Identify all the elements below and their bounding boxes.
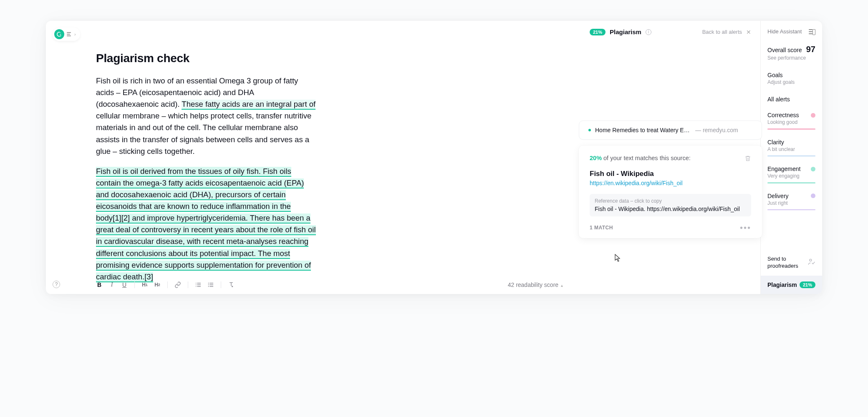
app-window: › Plagiarism check Fish oil is rich in t…	[46, 21, 822, 294]
metric-correctness[interactable]: CorrectnessLooking good	[767, 112, 815, 130]
matches-count: 1 MATCH	[590, 225, 613, 231]
separator	[167, 281, 168, 288]
info-icon[interactable]: i	[646, 29, 651, 35]
paragraph-3[interactable]: EPA (eicosapentaenoic acid) is anti-infl…	[96, 291, 317, 294]
source-title: Home Remedies to treat Watery Eyes - R..…	[595, 127, 691, 133]
formatting-toolbar: B I U H1 H2 42 readability score▲	[96, 281, 564, 288]
expanded-source-url[interactable]: https://en.wikipedia.org/wiki/Fish_oil	[590, 180, 751, 186]
trash-icon[interactable]	[744, 155, 751, 164]
alerts-panel: 21% Plagiarism i Back to all alerts ✕ Ho…	[580, 21, 761, 294]
link-button[interactable]	[174, 281, 181, 288]
ordered-list-button[interactable]	[195, 281, 202, 288]
status-dot	[588, 129, 591, 131]
hide-assistant[interactable]: Hide Assistant	[767, 28, 815, 35]
metric-dot	[811, 167, 815, 171]
help-button[interactable]: ?	[53, 281, 60, 288]
separator	[221, 281, 221, 288]
source-domain: — remedyu.com	[695, 127, 738, 133]
plagiarism-highlight[interactable]: Fish oil is oil derived from the tissues…	[96, 167, 316, 282]
expanded-source-title: Fish oil - Wikipedia	[590, 170, 751, 178]
alerts-body: Home Remedies to treat Watery Eyes - R..…	[580, 43, 760, 294]
collapse-icon	[809, 29, 815, 34]
reference-text: Fish oil - Wikipedia. https://en.wikiped…	[595, 206, 746, 212]
reference-label: Reference data – click to copy	[595, 198, 746, 204]
send-to-proofreaders[interactable]: Send to proofreaders	[767, 251, 815, 276]
plagiarism-pill: 21%	[800, 281, 815, 288]
caret-up-icon: ▲	[560, 284, 564, 288]
document-body[interactable]: Fish oil is rich in two of an essential …	[96, 75, 317, 294]
proofreader-icon	[807, 258, 815, 268]
h1-button[interactable]: H1	[141, 281, 148, 288]
svg-point-3	[810, 259, 812, 261]
match-percentage-text: 20% of your text matches this source:	[590, 155, 691, 161]
metric-dot	[811, 140, 815, 144]
paragraph-1[interactable]: Fish oil is rich in two of an essential …	[96, 75, 317, 157]
reference-box[interactable]: Reference data – click to copy Fish oil …	[590, 194, 751, 216]
clear-formatting-button[interactable]	[228, 281, 235, 288]
menu-lines-icon	[67, 32, 71, 36]
metric-dot	[811, 193, 815, 198]
editor-panel: Plagiarism check Fish oil is rich in two…	[46, 21, 580, 294]
svg-point-1	[208, 284, 209, 285]
back-to-alerts[interactable]: Back to all alerts ✕	[702, 29, 751, 35]
svg-point-0	[208, 283, 209, 284]
logo-badge[interactable]: ›	[53, 28, 80, 41]
assistant-sidebar: Hide Assistant Overall score 97 See perf…	[761, 21, 822, 294]
metric-bar	[767, 182, 815, 183]
metric-dot	[811, 113, 815, 118]
more-icon[interactable]: •••	[740, 226, 751, 229]
grammarly-logo-icon	[54, 29, 64, 39]
metric-bar	[767, 128, 815, 130]
source-card-collapsed[interactable]: Home Remedies to treat Watery Eyes - R..…	[579, 121, 762, 140]
plagiarism-highlight[interactable]: These fatty acids are an integral part o…	[182, 100, 315, 110]
plagiarism-percent-badge: 21%	[590, 29, 606, 35]
bold-button[interactable]: B	[96, 281, 103, 288]
chevron-right-icon: ›	[74, 32, 76, 37]
metric-bar	[767, 156, 815, 157]
source-card-expanded: 20% of your text matches this source: Fi…	[579, 146, 762, 238]
italic-button[interactable]: I	[108, 281, 115, 288]
metric-clarity[interactable]: ClarityA bit unclear	[767, 139, 815, 157]
see-performance[interactable]: See performance	[767, 55, 815, 61]
separator	[134, 281, 135, 288]
plagiarism-tab[interactable]: Plagiarism 21%	[761, 276, 822, 294]
alerts-header: 21% Plagiarism i Back to all alerts ✕	[580, 21, 760, 43]
svg-point-2	[208, 286, 209, 287]
bullet-list-button[interactable]	[207, 281, 214, 288]
separator	[188, 281, 188, 288]
document-title[interactable]: Plagiarism check	[96, 52, 555, 65]
overall-score-value: 97	[806, 45, 815, 54]
overall-score-label: Overall score	[767, 47, 802, 53]
paragraph-2[interactable]: Fish oil is oil derived from the tissues…	[96, 166, 317, 283]
metric-engagement[interactable]: EngagementVery engaging	[767, 166, 815, 183]
metric-delivery[interactable]: DeliveryJust right	[767, 193, 815, 211]
metric-bar	[767, 209, 815, 211]
overall-score-block[interactable]: Overall score 97 See performance	[767, 45, 815, 61]
underline-button[interactable]: U	[121, 281, 128, 288]
adjust-goals[interactable]: Adjust goals	[767, 79, 815, 85]
h2-button[interactable]: H2	[154, 281, 161, 288]
all-alerts[interactable]: All alerts	[767, 96, 815, 103]
alerts-title: Plagiarism	[610, 28, 641, 35]
close-icon[interactable]: ✕	[746, 29, 751, 35]
readability-score[interactable]: 42 readability score▲	[508, 281, 564, 288]
goals-block[interactable]: Goals Adjust goals	[767, 72, 815, 85]
